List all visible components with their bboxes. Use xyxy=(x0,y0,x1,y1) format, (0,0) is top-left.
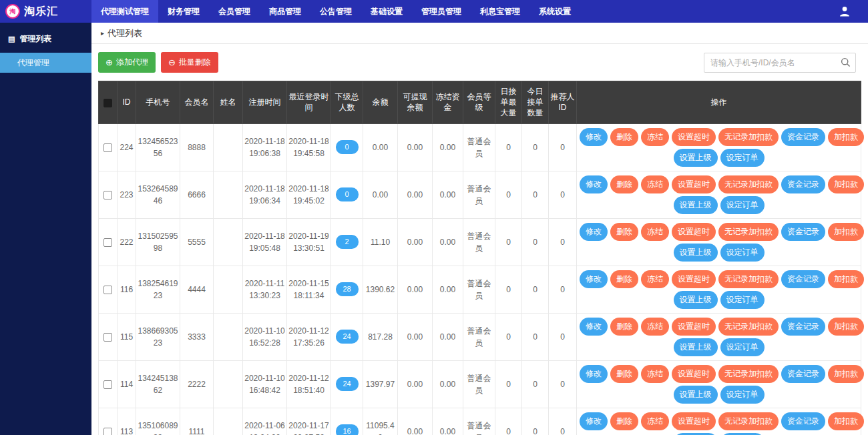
no-record-adjust-button[interactable]: 无记录加扣款 xyxy=(718,223,779,241)
adjust-balance-button[interactable]: 加扣款 xyxy=(828,412,864,430)
freeze-button[interactable]: 冻结 xyxy=(641,175,669,193)
table-row: 2231532645894666662020-11-18 19:06:34202… xyxy=(99,171,861,218)
adjust-balance-button[interactable]: 加扣款 xyxy=(828,223,864,241)
cell-today-orders: 0 xyxy=(522,123,549,171)
set-order-button[interactable]: 设定订单 xyxy=(720,149,765,167)
delete-button[interactable]: 删除 xyxy=(610,318,638,336)
cell-member-name: 3333 xyxy=(180,313,214,360)
cell-member-name: 6666 xyxy=(180,171,214,218)
row-checkbox[interactable] xyxy=(103,380,112,389)
delete-button[interactable]: 删除 xyxy=(610,128,638,146)
fund-records-button[interactable]: 资金记录 xyxy=(781,412,825,430)
freeze-button[interactable]: 冻结 xyxy=(641,128,669,146)
set-order-button[interactable]: 设定订单 xyxy=(720,244,765,262)
row-checkbox[interactable] xyxy=(103,428,112,435)
nav-item-3[interactable]: 商品管理 xyxy=(260,0,310,23)
no-record-adjust-button[interactable]: 无记录加扣款 xyxy=(718,365,779,383)
actions-line: 设置上级设定订单 xyxy=(578,147,859,168)
set-timeout-button[interactable]: 设置超时 xyxy=(672,175,716,193)
select-all-checkbox[interactable] xyxy=(103,99,112,107)
nav-item-0[interactable]: 代理测试管理 xyxy=(91,0,158,23)
fund-records-button[interactable]: 资金记录 xyxy=(781,365,825,383)
no-record-adjust-button[interactable]: 无记录加扣款 xyxy=(718,175,779,193)
set-timeout-button[interactable]: 设置超时 xyxy=(672,270,716,288)
adjust-balance-button[interactable]: 加扣款 xyxy=(828,128,864,146)
edit-button[interactable]: 修改 xyxy=(580,318,608,336)
set-superior-button[interactable]: 设置上级 xyxy=(674,149,718,167)
nav-item-4[interactable]: 公告管理 xyxy=(310,0,361,23)
adjust-balance-button[interactable]: 加扣款 xyxy=(828,365,864,383)
set-superior-button[interactable]: 设置上级 xyxy=(674,291,718,309)
subordinates-badge: 24 xyxy=(336,330,359,344)
row-checkbox[interactable] xyxy=(103,333,112,342)
set-timeout-button[interactable]: 设置超时 xyxy=(672,223,716,241)
row-checkbox[interactable] xyxy=(103,143,112,152)
user-menu-button[interactable] xyxy=(821,0,868,23)
set-superior-button[interactable]: 设置上级 xyxy=(674,244,718,262)
delete-button[interactable]: 删除 xyxy=(610,365,638,383)
set-superior-button[interactable]: 设置上级 xyxy=(674,386,718,404)
delete-button[interactable]: 删除 xyxy=(610,175,638,193)
add-agent-button[interactable]: ⊕ 添加代理 xyxy=(98,52,156,73)
nav-item-1[interactable]: 财务管理 xyxy=(158,0,209,23)
set-superior-button[interactable]: 设置上级 xyxy=(674,196,718,214)
set-order-button[interactable]: 设定订单 xyxy=(720,338,765,356)
edit-button[interactable]: 修改 xyxy=(580,175,608,193)
row-checkbox[interactable] xyxy=(103,238,112,247)
nav-item-6[interactable]: 管理员管理 xyxy=(412,0,471,23)
edit-button[interactable]: 修改 xyxy=(580,412,608,430)
fund-records-button[interactable]: 资金记录 xyxy=(781,318,825,336)
edit-button[interactable]: 修改 xyxy=(580,270,608,288)
no-record-adjust-button[interactable]: 无记录加扣款 xyxy=(718,270,779,288)
row-checkbox[interactable] xyxy=(103,286,112,294)
adjust-balance-button[interactable]: 加扣款 xyxy=(828,318,864,336)
set-timeout-button[interactable]: 设置超时 xyxy=(672,412,716,430)
set-superior-button[interactable]: 设置上级 xyxy=(674,433,718,435)
fund-records-button[interactable]: 资金记录 xyxy=(781,175,825,193)
sidebar-menu: 代理管理 xyxy=(0,53,91,73)
freeze-button[interactable]: 冻结 xyxy=(641,270,669,288)
nav-item-7[interactable]: 利息宝管理 xyxy=(471,0,529,23)
set-timeout-button[interactable]: 设置超时 xyxy=(672,365,716,383)
subordinates-badge: 24 xyxy=(336,377,359,391)
delete-button[interactable]: 删除 xyxy=(610,270,638,288)
set-timeout-button[interactable]: 设置超时 xyxy=(672,318,716,336)
edit-button[interactable]: 修改 xyxy=(580,223,608,241)
search-icon[interactable] xyxy=(841,57,851,67)
delete-button[interactable]: 删除 xyxy=(610,223,638,241)
sidebar-item-0[interactable]: 代理管理 xyxy=(0,53,91,73)
set-order-button[interactable]: 设定订单 xyxy=(720,386,765,404)
set-order-button[interactable]: 设定订单 xyxy=(720,291,765,309)
no-record-adjust-button[interactable]: 无记录加扣款 xyxy=(718,412,779,430)
no-record-adjust-button[interactable]: 无记录加扣款 xyxy=(718,318,779,336)
fund-records-button[interactable]: 资金记录 xyxy=(781,270,825,288)
adjust-balance-button[interactable]: 加扣款 xyxy=(828,270,864,288)
batch-delete-button[interactable]: ⊖ 批量删除 xyxy=(161,52,218,73)
adjust-balance-button[interactable]: 加扣款 xyxy=(828,175,864,193)
delete-button[interactable]: 删除 xyxy=(610,412,638,430)
set-timeout-button[interactable]: 设置超时 xyxy=(672,128,716,146)
set-order-button[interactable]: 设定订单 xyxy=(720,196,765,214)
search-input[interactable] xyxy=(704,53,856,73)
freeze-button[interactable]: 冻结 xyxy=(641,318,669,336)
freeze-button[interactable]: 冻结 xyxy=(641,412,669,430)
no-record-adjust-button[interactable]: 无记录加扣款 xyxy=(718,128,779,146)
sidebar-group-management-list[interactable]: ▤ 管理列表 xyxy=(0,23,91,53)
set-order-button[interactable]: 设定订单 xyxy=(720,433,765,435)
edit-button[interactable]: 修改 xyxy=(580,128,608,146)
cell-referrer-id: 0 xyxy=(549,123,577,171)
fund-records-button[interactable]: 资金记录 xyxy=(781,128,825,146)
row-checkbox[interactable] xyxy=(103,191,112,199)
edit-button[interactable]: 修改 xyxy=(580,365,608,383)
nav-item-5[interactable]: 基础设置 xyxy=(361,0,412,23)
cell-reg-time: 2020-11-10 16:48:42 xyxy=(243,360,287,408)
nav-item-8[interactable]: 系统设置 xyxy=(529,0,580,23)
freeze-button[interactable]: 冻结 xyxy=(641,223,669,241)
cell-phone: 13245652356 xyxy=(136,123,180,171)
table-row: 1151386693052333332020-11-10 16:52:28202… xyxy=(99,313,861,360)
fund-records-button[interactable]: 资金记录 xyxy=(781,223,825,241)
freeze-button[interactable]: 冻结 xyxy=(641,365,669,383)
set-superior-button[interactable]: 设置上级 xyxy=(674,338,718,356)
nav-item-2[interactable]: 会员管理 xyxy=(209,0,260,23)
cell-daily-max: 0 xyxy=(495,360,522,408)
